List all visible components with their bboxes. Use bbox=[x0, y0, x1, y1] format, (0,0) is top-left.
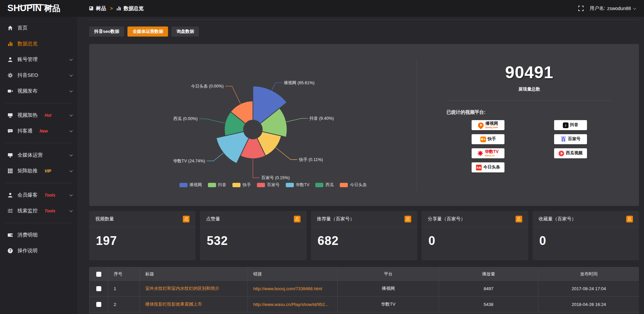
pie-label-3: 百家号 (0.15%) bbox=[261, 175, 290, 180]
username: zswodun88 bbox=[607, 6, 631, 11]
stat-card-value: 0 bbox=[533, 227, 639, 248]
cell-title-link[interactable]: 室外水纹灯和室内水纹灯的区别和简介 bbox=[145, 286, 219, 291]
platform-name: 快手 bbox=[488, 137, 496, 142]
sidebar-item-11[interactable]: 消费明细 bbox=[0, 227, 77, 243]
pie-label-2: 快手 (0.11%) bbox=[299, 157, 323, 162]
platform-badge-xigua: 西瓜视频 bbox=[554, 148, 587, 158]
pie-label-5: 西瓜 (0.00%) bbox=[173, 116, 198, 121]
platform-name: 西瓜视频 bbox=[566, 151, 583, 156]
legend-item-0[interactable]: 播视网 bbox=[179, 182, 202, 188]
total-badge[interactable]: 总 bbox=[626, 216, 633, 222]
stat-card-3: 分享量（百家号）总0 bbox=[422, 211, 528, 260]
sidebar-item-10[interactable]: 线索监控Tools bbox=[0, 203, 77, 219]
summary-panel: 90491 展现量总数 已统计的视频平台: 播视网boosj.com快手华数TV… bbox=[417, 44, 639, 206]
legend-item-6[interactable]: 今日头条 bbox=[340, 182, 367, 188]
label-line-0 bbox=[272, 83, 282, 91]
total-badge[interactable]: 总 bbox=[405, 216, 411, 222]
legend-swatch bbox=[232, 183, 240, 187]
total-badge[interactable]: 总 bbox=[516, 216, 522, 222]
legend-item-5[interactable]: 西瓜 bbox=[315, 182, 334, 188]
main-content: 抖音seo数据全媒体运营数据询盘数据 播视网 (65.61%)抖音 (9.40%… bbox=[77, 0, 644, 314]
legend-swatch bbox=[179, 183, 187, 187]
sidebar-item-3[interactable]: 抖音SEO bbox=[0, 67, 77, 83]
sidebar-item-tag: Tools bbox=[45, 193, 55, 198]
cell-title-link[interactable]: 楼体投影灯投影效果震撼上市 bbox=[145, 302, 202, 307]
chart-panel: 播视网 (65.61%)抖音 (9.40%)快手 (0.11%)百家号 (0.1… bbox=[89, 44, 639, 206]
legend-item-3[interactable]: 百家号 bbox=[257, 182, 280, 188]
xigua-play-icon bbox=[558, 151, 564, 156]
sidebar-item-0[interactable]: 首页 bbox=[0, 20, 77, 36]
stat-card-4: 收藏量（百家号）总0 bbox=[533, 211, 639, 260]
stat-card-title: 点赞量 bbox=[206, 216, 220, 222]
chart-legend: 播视网抖音快手百家号华数TV西瓜今日头条 bbox=[109, 182, 437, 188]
sidebar-item-5[interactable]: 视频加热Hot bbox=[0, 107, 77, 123]
chevron-down-icon bbox=[69, 193, 73, 196]
home-icon bbox=[7, 25, 13, 31]
tab-1[interactable]: 全媒体运营数据 bbox=[127, 27, 168, 37]
toutiao-logo-icon: 头条 bbox=[476, 165, 482, 170]
cell-url-link[interactable]: http://www.wasu.cn/Play/show/id/952... bbox=[253, 302, 328, 307]
legend-item-4[interactable]: 华数TV bbox=[286, 182, 310, 188]
stat-card-0: 视频数量总197 bbox=[89, 211, 196, 260]
sidebar-item-tag: New bbox=[40, 129, 48, 134]
chevron-down-icon bbox=[69, 73, 73, 76]
platform-badge-baijiahao: 百百家号 bbox=[554, 134, 587, 144]
platform-badge-kuaishou: 快手 bbox=[472, 134, 504, 144]
legend-swatch bbox=[257, 183, 265, 187]
table-row-0: 1室外水纹灯和室内水纹灯的区别和简介http://www.boosj.com/7… bbox=[90, 281, 639, 297]
fullscreen-icon[interactable] bbox=[578, 6, 584, 11]
breadcrumb-root[interactable]: 树品 bbox=[96, 5, 106, 12]
legend-item-2[interactable]: 快手 bbox=[232, 182, 251, 188]
pie-slice-4[interactable] bbox=[216, 132, 249, 163]
sidebar-item-tag: Tools bbox=[45, 209, 55, 213]
total-badge[interactable]: 总 bbox=[183, 216, 190, 222]
sidebar-item-6[interactable]: 抖客通New bbox=[0, 123, 77, 139]
sidebar-divider bbox=[5, 143, 72, 143]
sidebar-item-1[interactable]: 数据总览 bbox=[0, 36, 77, 52]
sidebar-item-12[interactable]: ?操作说明 bbox=[0, 243, 77, 259]
platform-badge-boosj: 播视网boosj.com bbox=[472, 120, 504, 130]
total-badge[interactable]: 总 bbox=[294, 216, 301, 222]
platform-subtext: wasu.cn bbox=[485, 154, 495, 157]
legend-label: 今日头条 bbox=[350, 182, 367, 188]
sidebar-divider bbox=[5, 223, 72, 223]
username-label: 用户名: bbox=[590, 5, 605, 11]
platform-badge-toutiao: 头条今日头条 bbox=[472, 162, 504, 172]
row-checkbox[interactable] bbox=[96, 286, 101, 291]
horizontal-divider bbox=[446, 100, 612, 101]
stat-card-value: 682 bbox=[311, 227, 417, 248]
sidebar-item-8[interactable]: 矩阵助推VIP bbox=[0, 163, 77, 179]
platforms-title: 已统计的视频平台: bbox=[446, 109, 612, 115]
wasu-star-icon bbox=[478, 151, 483, 156]
row-checkbox[interactable] bbox=[96, 302, 101, 307]
user-icon bbox=[7, 57, 13, 62]
sidebar-item-2[interactable]: 账号管理 bbox=[0, 52, 77, 67]
video-table: 序号标题链接平台播放量发布时间 1室外水纹灯和室内水纹灯的区别和简介http:/… bbox=[89, 267, 639, 314]
pie-label-6: 今日头条 (0.00%) bbox=[191, 84, 224, 89]
chevron-down-icon bbox=[69, 129, 73, 132]
cell-url-link[interactable]: http://www.boosj.com/7338468.html bbox=[253, 286, 322, 291]
user-menu[interactable]: 用户名: zswodun88 bbox=[590, 5, 635, 11]
column-header-4: 播放量 bbox=[439, 267, 538, 281]
legend-item-1[interactable]: 抖音 bbox=[208, 182, 226, 188]
label-line-6 bbox=[225, 86, 240, 104]
sliders-icon bbox=[7, 208, 13, 214]
data-tabs: 抖音seo数据全媒体运营数据询盘数据 bbox=[89, 27, 639, 37]
legend-label: 播视网 bbox=[190, 182, 202, 188]
chat-icon bbox=[7, 128, 13, 134]
tab-0[interactable]: 抖音seo数据 bbox=[89, 27, 124, 37]
sidebar-item-9[interactable]: 会员爆客Tools bbox=[0, 187, 77, 203]
sidebar-item-label: 消费明细 bbox=[17, 232, 38, 238]
sidebar-item-4[interactable]: 视频发布 bbox=[0, 83, 77, 99]
app-logo: SHUPIN 树品 bbox=[0, 3, 77, 14]
tab-2[interactable]: 询盘数据 bbox=[171, 27, 199, 37]
chevron-down-icon bbox=[633, 6, 636, 10]
select-all-checkbox[interactable] bbox=[96, 272, 101, 277]
legend-swatch bbox=[286, 183, 294, 187]
sidebar-item-7[interactable]: 全媒体运营 bbox=[0, 147, 77, 163]
chevron-down-icon bbox=[69, 57, 73, 61]
cell-time: 2017-08-24 17:04 bbox=[538, 281, 639, 297]
label-line-4 bbox=[207, 153, 224, 161]
legend-label: 抖音 bbox=[218, 182, 226, 188]
platform-badge-douyin: ♪抖音 bbox=[554, 120, 587, 130]
